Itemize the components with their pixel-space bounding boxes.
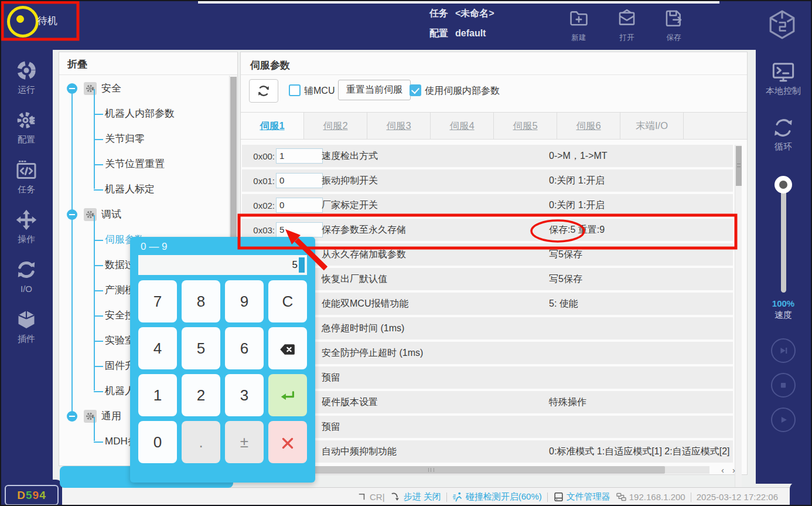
stop-button[interactable] bbox=[771, 373, 796, 398]
param-row-2[interactable]: 0x02:0厂家标定开关0:关闭 1:开启 bbox=[242, 194, 733, 216]
tree-group-label: 通用 bbox=[101, 409, 121, 423]
aux-mcu-checkbox[interactable] bbox=[289, 84, 301, 96]
tree-item-关节归零[interactable]: 关节归零 bbox=[59, 126, 229, 151]
collision-icon bbox=[452, 491, 463, 502]
collapse-icon[interactable] bbox=[67, 83, 77, 94]
key-clear[interactable]: C bbox=[268, 280, 307, 322]
param-row-6[interactable]: 使能双MCU报错功能5: 使能 bbox=[242, 293, 733, 315]
key-plusminus[interactable]: ± bbox=[225, 421, 264, 463]
tab-servo-2[interactable]: 伺服2 bbox=[304, 113, 367, 139]
tree-item-机器人标定[interactable]: 机器人标定 bbox=[59, 176, 229, 202]
step-mode-text: 步进 关闭 bbox=[404, 491, 441, 502]
nav-operate[interactable]: 操作 bbox=[0, 209, 53, 245]
step-forward-button[interactable] bbox=[771, 338, 796, 363]
servo-tabs: 伺服1伺服2伺服3伺服4伺服5伺服6末端I/O bbox=[241, 112, 747, 140]
collapse-icon[interactable] bbox=[67, 411, 77, 422]
tree-group-debug[interactable]: 调试 bbox=[59, 202, 229, 227]
config-icon bbox=[16, 110, 37, 131]
tree-group-label: 调试 bbox=[101, 208, 121, 221]
keypad-keys: 789C4561230.± bbox=[138, 280, 307, 463]
nav-task[interactable]: 任务 bbox=[0, 159, 53, 195]
keypad-caret bbox=[299, 257, 305, 273]
param-row-7[interactable]: 急停超时时间 (1ms) bbox=[242, 317, 733, 339]
tree-item-关节位置重置[interactable]: 关节位置重置 bbox=[59, 151, 229, 176]
param-row-5[interactable]: 恢复出厂默认值写5保存 bbox=[242, 268, 733, 290]
config-line: 配置default bbox=[429, 28, 493, 40]
table-vertical-scrollbar-thumb[interactable] bbox=[736, 146, 742, 186]
file-manager[interactable]: 文件管理器 bbox=[553, 491, 610, 502]
refresh-button[interactable] bbox=[249, 79, 278, 103]
key-9[interactable]: 9 bbox=[225, 280, 264, 322]
nav-plugin[interactable]: 插件 bbox=[0, 309, 53, 345]
tree-divider bbox=[59, 74, 237, 75]
open-button[interactable]: 打开 bbox=[605, 6, 649, 43]
speed-slider-knob[interactable] bbox=[775, 176, 792, 193]
collapse-icon[interactable] bbox=[67, 209, 77, 220]
tab-servo-6[interactable]: 伺服6 bbox=[557, 113, 620, 139]
collision-detect[interactable]: 碰撞检测开启(60%) bbox=[452, 491, 542, 502]
table-vertical-scrollbar[interactable] bbox=[735, 145, 742, 506]
tree-item-机器人内部参数[interactable]: 机器人内部参数 bbox=[59, 101, 229, 126]
scroll-arrows[interactable]: ‹› bbox=[713, 464, 743, 475]
key-backspace[interactable] bbox=[268, 327, 307, 369]
corner-icon bbox=[356, 491, 367, 502]
param-value-input[interactable]: 0 bbox=[276, 173, 323, 188]
tree-group-safety[interactable]: 安全 bbox=[59, 76, 229, 101]
title-divider bbox=[241, 74, 747, 75]
key-6[interactable]: 6 bbox=[225, 327, 264, 369]
right-nav: 本地控制循环 100% 速度 bbox=[756, 50, 811, 484]
step-mode[interactable]: 步进 关闭 bbox=[390, 491, 441, 502]
param-description: 速度检出方式 bbox=[322, 150, 378, 162]
backspace-icon bbox=[279, 341, 296, 356]
param-value-input[interactable]: 1 bbox=[276, 148, 323, 164]
task-value: <未命名> bbox=[455, 8, 494, 18]
tab-servo-5[interactable]: 伺服5 bbox=[494, 113, 557, 139]
tab-servo-1[interactable]: 伺服1 bbox=[241, 113, 304, 139]
key-0[interactable]: 0 bbox=[138, 421, 177, 463]
nav-operate-label: 操作 bbox=[0, 234, 53, 245]
param-row-10[interactable]: 硬件版本设置特殊操作 bbox=[242, 391, 733, 413]
new-button[interactable]: 新建 bbox=[557, 6, 601, 43]
nav-run-label: 运行 bbox=[0, 84, 53, 96]
use-internal-params-checkbox[interactable] bbox=[410, 84, 421, 96]
scroll-left-icon[interactable]: ‹ bbox=[721, 465, 724, 475]
key-1[interactable]: 1 bbox=[138, 374, 177, 416]
play-button[interactable] bbox=[771, 407, 796, 432]
network-icon bbox=[616, 491, 627, 502]
local-control[interactable]: 本地控制 bbox=[756, 60, 811, 97]
keypad-input[interactable]: 5 bbox=[138, 255, 307, 275]
key-4[interactable]: 4 bbox=[138, 327, 177, 369]
key-dot[interactable]: . bbox=[182, 421, 220, 463]
param-row-8[interactable]: 安全防护停止超时 (1ms) bbox=[242, 342, 733, 364]
param-row-4[interactable]: 从永久存储加载参数写5保存 bbox=[242, 243, 733, 266]
tab-servo-3[interactable]: 伺服3 bbox=[367, 113, 431, 139]
param-row-11[interactable]: 预留 bbox=[242, 416, 733, 438]
tab-servo-4[interactable]: 伺服4 bbox=[431, 113, 494, 139]
key-3[interactable]: 3 bbox=[225, 374, 264, 416]
servo-params-panel: 伺服参数 辅MCU 重置当前伺服 使用伺服内部参数 伺服1伺服2伺服3伺服4伺服… bbox=[240, 52, 748, 475]
param-value-input[interactable]: 0 bbox=[276, 198, 323, 213]
key-2[interactable]: 2 bbox=[182, 374, 220, 416]
save-button[interactable]: 保存 bbox=[651, 6, 696, 43]
nav-run[interactable]: 运行 bbox=[0, 60, 53, 96]
reset-servo-button[interactable]: 重置当前伺服 bbox=[338, 80, 411, 100]
nav-io[interactable]: I/O bbox=[0, 259, 53, 294]
nav-config[interactable]: 配置 bbox=[0, 110, 53, 145]
param-value-input[interactable]: 5 bbox=[276, 222, 323, 237]
key-7[interactable]: 7 bbox=[138, 280, 177, 322]
tab-end-io[interactable]: 末端I/O bbox=[620, 113, 684, 139]
loop-mode[interactable]: 循环 bbox=[756, 116, 811, 152]
key-cancel[interactable] bbox=[268, 421, 307, 463]
keypad-range-label: 0 — 9 bbox=[141, 241, 167, 253]
key-enter[interactable] bbox=[268, 374, 307, 416]
param-row-9[interactable]: 预留 bbox=[242, 366, 733, 389]
param-row-12[interactable]: 自动中频抑制功能0:标准模式 1:自适应模式[1] 2:自适应模式[2] bbox=[242, 440, 733, 463]
speed-slider-track[interactable] bbox=[781, 184, 786, 293]
param-row-3[interactable]: 0x03:5保存参数至永久存储保存:5 重置:9 bbox=[242, 219, 733, 241]
scroll-right-icon[interactable]: › bbox=[732, 465, 735, 475]
param-row-0[interactable]: 0x00:1速度检出方式0->M，1->MT bbox=[242, 145, 733, 167]
param-row-1[interactable]: 0x01:0振动抑制开关0:关闭 1:开启 bbox=[242, 169, 733, 192]
key-5[interactable]: 5 bbox=[182, 327, 220, 369]
key-8[interactable]: 8 bbox=[182, 280, 220, 322]
status-bar: CR|步进 关闭碰撞检测开启(60%)文件管理器192.168.1.200202… bbox=[0, 487, 812, 506]
